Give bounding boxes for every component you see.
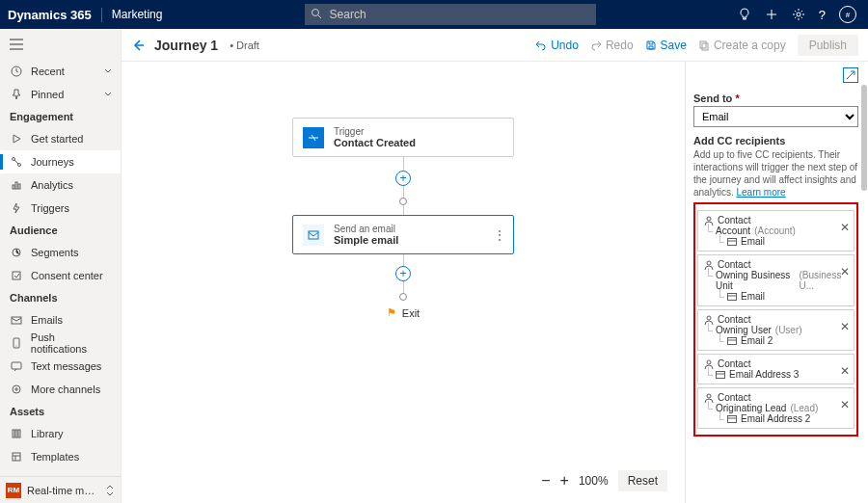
send-to-label: Send to * (693, 93, 858, 104)
sidebar-item-label: Text messages (31, 360, 101, 372)
sidebar-item-segments[interactable]: Segments (0, 241, 121, 264)
sidebar-item-templates[interactable]: Templates (0, 445, 121, 468)
connector-dot (399, 198, 407, 205)
search-input[interactable] (305, 4, 596, 25)
sidebar-item-emails[interactable]: Emails (0, 308, 121, 331)
global-search[interactable] (305, 4, 596, 25)
cc-recipient-card[interactable]: ContactAccount (Account)Email✕ (697, 210, 854, 252)
cc-entity: Contact (704, 215, 850, 225)
card-icon (727, 293, 737, 301)
save-button[interactable]: Save (645, 39, 687, 52)
undo-button[interactable]: Undo (535, 39, 579, 52)
cc-field: Email 2 (716, 335, 850, 346)
cc-title: Add CC recipients (693, 135, 858, 146)
sidebar-item-consent-center[interactable]: Consent center (0, 264, 121, 287)
status-badge: • Draft (230, 40, 259, 51)
svg-rect-26 (13, 453, 20, 461)
sidebar-item-library[interactable]: Library (0, 422, 121, 445)
sidebar-item-label: Library (31, 428, 64, 439)
sidebar-item-label: Push notifications (31, 331, 113, 355)
plus-icon[interactable] (765, 8, 778, 21)
page-title: Journey 1 (154, 38, 218, 53)
remove-cc-button[interactable]: ✕ (840, 221, 850, 234)
svg-rect-23 (13, 430, 14, 437)
cc-relation: Originating Lead (Lead) (704, 403, 850, 413)
journey-canvas[interactable]: Trigger Contact Created + Send an email … (122, 62, 685, 503)
cc-recipient-card[interactable]: ContactOwning User (User)Email 2✕ (697, 309, 854, 351)
svg-rect-37 (728, 293, 737, 300)
sidebar-group-header: Channels (0, 287, 121, 308)
sidebar-item-push-notifications[interactable]: Push notifications (0, 331, 121, 355)
connector-dot (399, 293, 407, 301)
gear-icon[interactable] (792, 8, 805, 21)
area-badge: RM (6, 483, 21, 498)
brand-label: Dynamics 365 (8, 8, 102, 22)
app-header: Dynamics 365 Marketing ? # (0, 0, 868, 29)
cc-recipient-card[interactable]: ContactEmail Address 3✕ (697, 354, 854, 384)
avatar[interactable]: # (839, 6, 856, 23)
tmpl-icon (10, 451, 23, 463)
sidebar-item-journeys[interactable]: Journeys (0, 150, 121, 173)
remove-cc-button[interactable]: ✕ (840, 265, 850, 278)
svg-rect-32 (309, 231, 318, 239)
svg-point-33 (707, 217, 711, 221)
cc-entity: Contact (704, 358, 850, 369)
send-to-select[interactable]: Email (693, 106, 858, 127)
cc-recipient-card[interactable]: ContactOriginating Lead (Lead)Email Addr… (697, 387, 854, 429)
person-icon (704, 359, 714, 369)
sidebar-item-analytics[interactable]: Analytics (0, 173, 121, 197)
sidebar-recent-label: Recent (31, 66, 65, 77)
person-icon (704, 216, 714, 225)
cc-recipient-card[interactable]: ContactOwning Business Unit (Business U.… (697, 254, 854, 306)
sidebar-recent[interactable]: Recent (0, 60, 121, 83)
copy-button: Create a copy (698, 39, 786, 52)
panel-scrollbar[interactable] (860, 85, 868, 503)
sidebar-pinned[interactable]: Pinned (0, 83, 121, 106)
more-icon[interactable]: ⋮ (494, 228, 505, 242)
chevron-up-down-icon (105, 485, 115, 496)
sidebar-item-label: Get started (31, 133, 83, 145)
expand-panel-button[interactable] (843, 67, 858, 83)
learn-more-link[interactable]: Learn more (736, 187, 785, 198)
zoom-in-button[interactable]: + (560, 472, 569, 490)
zoom-reset-button[interactable]: Reset (618, 470, 667, 491)
remove-cc-button[interactable]: ✕ (840, 364, 850, 378)
hamburger-button[interactable] (0, 29, 121, 60)
email-node[interactable]: Send an email Simple email ⋮ (292, 215, 514, 254)
add-step-button[interactable]: + (395, 171, 411, 186)
zoom-out-button[interactable]: − (541, 472, 550, 490)
sidebar-item-label: Journeys (31, 156, 74, 168)
back-button[interactable] (131, 39, 145, 52)
sidebar-item-get-started[interactable]: Get started (0, 127, 121, 150)
analytics-icon (10, 179, 23, 191)
trigger-node[interactable]: Trigger Contact Created (292, 118, 514, 157)
remove-cc-button[interactable]: ✕ (840, 398, 850, 411)
sidebar-item-triggers[interactable]: Triggers (0, 197, 121, 220)
svg-point-4 (797, 13, 800, 16)
cc-relation: Owning Business Unit (Business U... (704, 270, 850, 291)
sidebar-group-header: Assets (0, 401, 121, 422)
trigger-icon (10, 202, 23, 214)
add-step-button[interactable]: + (395, 266, 411, 281)
properties-panel: Send to * Email Add CC recipients Add up… (685, 62, 868, 503)
command-bar: Journey 1 • Draft Undo Redo Save Create … (122, 29, 868, 62)
msg-icon (10, 360, 23, 372)
area-switcher[interactable]: RM Real-time marketi... (0, 476, 121, 503)
svg-rect-12 (15, 182, 17, 189)
lightbulb-icon[interactable] (738, 8, 751, 21)
svg-rect-19 (12, 362, 21, 369)
cc-recipients-box: ContactAccount (Account)Email✕ContactOwn… (693, 202, 858, 437)
sidebar-item-more-channels[interactable]: More channels (0, 378, 121, 401)
sidebar-item-label: Emails (31, 314, 63, 326)
help-icon[interactable]: ? (819, 8, 826, 22)
card-icon (727, 337, 737, 345)
chevron-down-icon (103, 66, 113, 76)
sidebar-item-text-messages[interactable]: Text messages (0, 355, 121, 378)
remove-cc-button[interactable]: ✕ (840, 320, 850, 333)
svg-rect-11 (13, 185, 14, 189)
sidebar-pinned-label: Pinned (31, 89, 64, 100)
lib-icon (10, 428, 23, 439)
node-kicker: Send an email (334, 224, 398, 234)
card-icon (727, 238, 737, 246)
sidebar-item-label: Triggers (31, 202, 69, 214)
